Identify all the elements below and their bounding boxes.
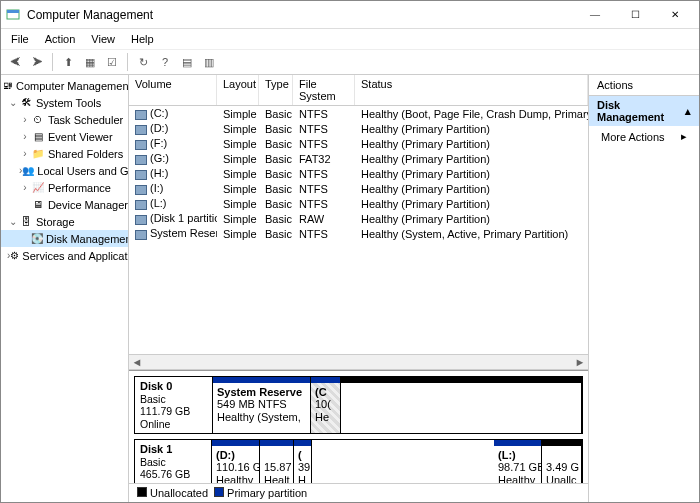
col-status[interactable]: Status [355,75,588,105]
tree-root[interactable]: 🖳Computer Management (Local [1,77,128,94]
tree-event-viewer[interactable]: ›▤Event Viewer [1,128,128,145]
collapse-icon[interactable]: ⌄ [7,97,19,108]
tree-label: Services and Applications [22,250,129,262]
partition-stripe [294,440,311,446]
partition[interactable]: (C10(He [311,377,341,433]
computer-icon: 🖳 [3,79,13,93]
maximize-button[interactable]: ☐ [615,1,655,29]
disk-map: Disk 0Basic111.79 GBOnlineSystem Reserve… [129,370,588,484]
disk-parts: System Reserve549 MB NTFSHealthy (System… [213,377,582,433]
table-row[interactable]: (I:)SimpleBasicNTFSHealthy (Primary Part… [129,181,588,196]
table-row[interactable]: System Reserved (K:)SimpleBasicNTFSHealt… [129,226,588,241]
toolbar: ⮜ ⮞ ⬆ ▦ ☑ ↻ ? ▤ ▥ [1,49,699,75]
menubar: File Action View Help [1,29,699,49]
list-icon[interactable]: ▤ [177,52,197,72]
tree-label: Local Users and Groups [37,165,129,177]
partition[interactable]: 3.49 GUnallc [542,440,582,484]
disk-label: Disk 0Basic111.79 GBOnline [135,377,213,433]
users-icon: 👥 [22,164,34,178]
nav-tree[interactable]: 🖳Computer Management (Local ⌄🛠System Too… [1,75,129,502]
tree-system-tools[interactable]: ⌄🛠System Tools [1,94,128,111]
h-scrollbar[interactable]: ◄ ► [129,354,588,370]
tree-local-users[interactable]: ›👥Local Users and Groups [1,162,128,179]
perf-icon: 📈 [31,181,45,195]
table-row[interactable]: (G:)SimpleBasicFAT32Healthy (Primary Par… [129,151,588,166]
partition[interactable]: (D:)110.16 GHealthy [212,440,260,484]
tools-icon: 🛠 [19,96,33,110]
volume-table: Volume Layout Type File System Status (C… [129,75,588,241]
tree-label: Device Manager [48,199,128,211]
titlebar: Computer Management — ☐ ✕ [1,1,699,29]
chevron-right-icon: ▸ [681,130,687,143]
actions-panel: Actions Disk Management ▴ More Actions ▸ [589,75,699,502]
swatch-unallocated [137,487,147,497]
svg-rect-1 [7,10,19,13]
disk-label: Disk 1Basic465.76 GBOnline [135,440,212,484]
table-row[interactable]: (L:)SimpleBasicNTFSHealthy (Primary Part… [129,196,588,211]
services-icon: ⚙ [10,249,19,263]
volume-rows: (C:)SimpleBasicNTFSHealthy (Boot, Page F… [129,106,588,241]
tree-performance[interactable]: ›📈Performance [1,179,128,196]
expand-icon[interactable]: › [19,148,31,159]
drive-icon [135,110,147,120]
tree-disk-management[interactable]: 💽Disk Management [1,230,128,247]
back-icon[interactable]: ⮜ [5,52,25,72]
col-volume[interactable]: Volume [129,75,217,105]
tree-device-manager[interactable]: 🖥Device Manager [1,196,128,213]
actions-selected[interactable]: Disk Management ▴ [589,96,699,126]
toolbar-sep [52,53,53,71]
menu-view[interactable]: View [85,31,121,47]
partition-unallocated[interactable] [341,377,582,433]
grid-icon[interactable]: ▥ [199,52,219,72]
tree-services-apps[interactable]: ›⚙Services and Applications [1,247,128,264]
up-icon[interactable]: ⬆ [58,52,78,72]
disk-row: Disk 0Basic111.79 GBOnlineSystem Reserve… [134,376,583,434]
partition[interactable]: (L:)98.71 GBHealthy [494,440,542,484]
col-layout[interactable]: Layout [217,75,259,105]
partition-stripe [494,440,541,446]
menu-help[interactable]: Help [125,31,160,47]
partition[interactable]: 15.87Healt [260,440,294,484]
table-row[interactable]: (H:)SimpleBasicNTFSHealthy (Primary Part… [129,166,588,181]
main-panel: Volume Layout Type File System Status (C… [129,75,589,502]
tree-shared-folders[interactable]: ›📁Shared Folders [1,145,128,162]
volume-header: Volume Layout Type File System Status [129,75,588,106]
device-icon: 🖥 [31,198,45,212]
drive-icon [135,140,147,150]
table-row[interactable]: (C:)SimpleBasicNTFSHealthy (Boot, Page F… [129,106,588,121]
drive-icon [135,230,147,240]
toolbar-sep [127,53,128,71]
menu-file[interactable]: File [5,31,35,47]
help-icon[interactable]: ? [155,52,175,72]
tree-label: Disk Management [46,233,129,245]
drive-icon [135,200,147,210]
tree-label: Task Scheduler [48,114,123,126]
actions-header: Actions [589,75,699,96]
scroll-right-icon[interactable]: ► [572,355,588,369]
folder-icon: 📁 [31,147,45,161]
forward-icon[interactable]: ⮞ [27,52,47,72]
partition[interactable]: (39H [294,440,312,484]
collapse-icon[interactable]: ⌄ [7,216,19,227]
expand-icon[interactable]: › [19,114,31,125]
minimize-button[interactable]: — [575,1,615,29]
table-row[interactable]: (Disk 1 partition 2)SimpleBasicRAWHealth… [129,211,588,226]
actions-more[interactable]: More Actions ▸ [589,126,699,147]
partition[interactable]: System Reserve549 MB NTFSHealthy (System… [213,377,311,433]
refresh-icon[interactable]: ↻ [133,52,153,72]
close-button[interactable]: ✕ [655,1,695,29]
table-row[interactable]: (D:)SimpleBasicNTFSHealthy (Primary Part… [129,121,588,136]
col-fs[interactable]: File System [293,75,355,105]
disk-icon: 💽 [31,232,43,246]
table-row[interactable]: (F:)SimpleBasicNTFSHealthy (Primary Part… [129,136,588,151]
view-icon[interactable]: ▦ [80,52,100,72]
tree-storage[interactable]: ⌄🗄Storage [1,213,128,230]
props-icon[interactable]: ☑ [102,52,122,72]
expand-icon[interactable]: › [19,182,31,193]
disk-row: Disk 1Basic465.76 GBOnline(D:)110.16 GHe… [134,439,583,484]
scroll-left-icon[interactable]: ◄ [129,355,145,369]
menu-action[interactable]: Action [39,31,82,47]
col-type[interactable]: Type [259,75,293,105]
tree-task-scheduler[interactable]: ›⏲Task Scheduler [1,111,128,128]
expand-icon[interactable]: › [19,131,31,142]
